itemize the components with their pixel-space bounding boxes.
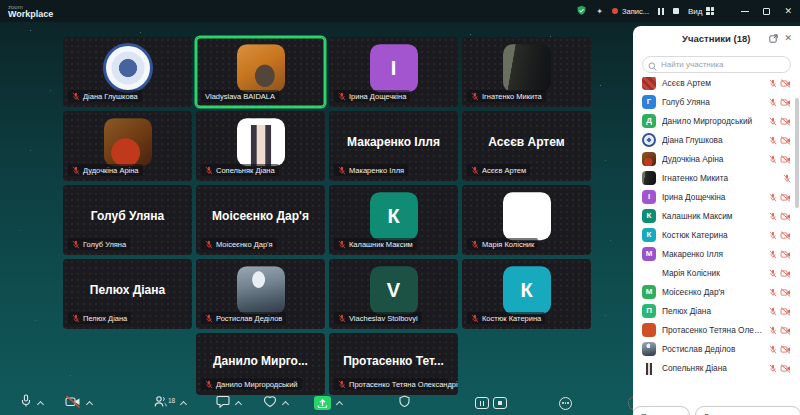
participant-avatar (642, 361, 656, 375)
participant-row[interactable]: М Макаренко Ілля (633, 244, 800, 263)
camera-off-icon (780, 264, 791, 282)
participant-name-label: Голуб Уляна (68, 238, 130, 250)
participant-tile[interactable]: Пелюх Діана Пелюх Діана (63, 259, 192, 329)
participant-row[interactable]: Сопельняк Діана (633, 358, 800, 377)
video-gallery-stage: Діана Глушкова Vladyslava BAIDALA І Ірин… (0, 22, 633, 415)
camera-off-icon (780, 226, 791, 244)
participant-avatar (642, 342, 656, 356)
participant-tile[interactable]: Vladyslava BAIDALA (196, 37, 325, 107)
participant-row[interactable]: І Ірина Дощечкіна (633, 187, 800, 206)
participant-row[interactable]: Протасенко Тетяна Олександрі... (633, 320, 800, 339)
reactions-button[interactable] (263, 394, 277, 412)
participant-name-label: Данило Миргородський (201, 378, 302, 390)
participant-tile[interactable]: Моісеєнко Дар'я Моісеєнко Дар'я (196, 185, 325, 255)
camera-off-icon (780, 112, 791, 130)
participant-tile[interactable]: Ігнатенко Микита (462, 37, 591, 107)
participant-row[interactable]: Марія Колісник (633, 263, 800, 282)
camera-off-icon (780, 77, 791, 92)
camera-off-icon (780, 131, 791, 149)
participant-tile[interactable]: К Костюк Катерина (462, 259, 591, 329)
apps-sparkle-icon[interactable]: ✦ (596, 7, 603, 16)
panel-footer-button[interactable]: Выключить звук для всех (695, 406, 800, 415)
mic-options-chevron[interactable] (37, 400, 44, 407)
participant-tile[interactable]: Діана Глушкова (63, 37, 192, 107)
participant-avatar (503, 44, 551, 92)
participant-tile[interactable]: Ростислав Деділов (196, 259, 325, 329)
maximize-button[interactable] (763, 8, 770, 15)
mute-button[interactable] (20, 394, 32, 412)
participant-avatar (642, 77, 656, 90)
mic-muted-icon (72, 166, 80, 175)
participant-name-label: Сопельняк Діана (201, 164, 279, 176)
mic-muted-icon (769, 77, 777, 92)
participant-avatar: І (370, 44, 418, 92)
participant-avatar (237, 118, 285, 166)
participant-row[interactable]: Г Голуб Уляна (633, 92, 800, 111)
participant-row[interactable]: Асєєв Артем (633, 77, 800, 92)
participant-avatar: К (642, 228, 656, 242)
camera-off-icon (780, 93, 791, 111)
share-options-chevron[interactable] (336, 400, 343, 407)
participants-options-chevron[interactable] (180, 400, 187, 407)
panel-footer-button[interactable]: Пригласить (633, 406, 690, 415)
chat-options-chevron[interactable] (235, 400, 242, 407)
camera-off-icon (780, 359, 791, 377)
mic-muted-icon (205, 240, 213, 249)
mic-muted-icon (769, 359, 777, 377)
share-screen-button[interactable] (314, 396, 331, 410)
participant-row[interactable]: Дудочкіна Аріна (633, 149, 800, 168)
participant-tile[interactable]: І Ірина Дощечкіна (329, 37, 458, 107)
participant-name-large: Протасенко Тет... (329, 354, 458, 368)
security-button[interactable] (398, 394, 411, 412)
participant-name: Калашник Максим (662, 211, 763, 221)
camera-off-icon (780, 207, 791, 225)
popout-panel-icon[interactable] (769, 29, 778, 47)
participant-row[interactable]: П Пелюх Діана (633, 301, 800, 320)
search-participant-input[interactable] (642, 56, 791, 73)
participant-name: Костюк Катерина (662, 230, 763, 240)
close-panel-icon[interactable]: ✕ (784, 33, 792, 43)
participant-tile[interactable]: К Калашник Максим (329, 185, 458, 255)
close-window-button[interactable]: ✕ (784, 7, 792, 16)
mic-muted-icon (769, 226, 777, 244)
participant-name-large: Голуб Уляна (63, 209, 192, 223)
participant-tile[interactable]: Асєєв Артем Асєєв Артем (462, 111, 591, 181)
start-video-button[interactable] (65, 394, 81, 412)
participant-avatar (642, 266, 656, 280)
participant-row[interactable]: Діана Глушкова (633, 130, 800, 149)
participant-tile[interactable]: Макаренко Ілля Макаренко Ілля (329, 111, 458, 181)
participant-row[interactable]: Ростислав Деділов (633, 339, 800, 358)
participant-row[interactable]: К Калашник Максим (633, 206, 800, 225)
participant-row[interactable]: Ігнатенко Микита (633, 168, 800, 187)
participant-tile[interactable]: Дудочкіна Аріна (63, 111, 192, 181)
pause-recording-toolbar-button[interactable] (475, 397, 489, 409)
participant-tile[interactable]: Марія Колісник (462, 185, 591, 255)
minimize-button[interactable] (741, 11, 749, 12)
participant-row[interactable]: К Костюк Катерина (633, 225, 800, 244)
view-button[interactable]: Вид (688, 7, 714, 16)
chat-button[interactable] (216, 394, 230, 412)
participant-tile[interactable]: Голуб Уляна Голуб Уляна (63, 185, 192, 255)
mic-muted-icon (205, 314, 213, 323)
participants-button[interactable]: 18 (154, 394, 175, 412)
participant-tile[interactable]: V Viacheslav Stolbovyi (329, 259, 458, 329)
participant-row[interactable]: Д Данило Миргородський (633, 111, 800, 130)
zoom-workplace-logo: zoom Workplace (8, 4, 53, 19)
participant-tile[interactable]: Сопельняк Діана (196, 111, 325, 181)
participant-name: Марія Колісник (662, 268, 763, 278)
more-options-button[interactable] (559, 397, 572, 410)
participant-name-large: Моісеєнко Дар'я (196, 209, 325, 223)
participant-row[interactable]: М Моісеєнко Дар'я (633, 282, 800, 301)
participant-tile[interactable]: Протасенко Тет... Протасенко Тетяна Олек… (329, 333, 458, 395)
security-shield-icon[interactable] (576, 2, 587, 20)
video-options-chevron[interactable] (86, 400, 93, 407)
participant-name: Дудочкіна Аріна (662, 154, 763, 164)
panel-scrollbar[interactable] (795, 98, 799, 208)
mic-muted-icon (471, 240, 479, 249)
pause-recording-button[interactable] (658, 8, 664, 15)
stop-recording-button[interactable] (673, 8, 679, 14)
reactions-options-chevron[interactable] (282, 400, 289, 407)
share-screen-icon (314, 396, 331, 410)
participant-tile[interactable]: Данило Мирго... Данило Миргородський (196, 333, 325, 395)
stop-recording-toolbar-button[interactable] (493, 397, 507, 409)
